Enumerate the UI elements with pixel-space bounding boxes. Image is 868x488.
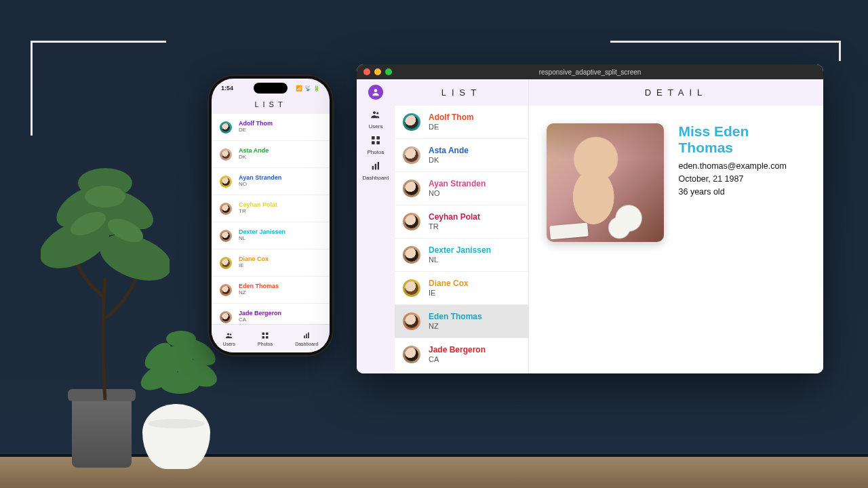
tab-dashboard[interactable]: Dashboard [295,331,318,346]
user-info: Miss Eden Thomas eden.thomas@example.com… [679,123,806,198]
svg-point-15 [166,331,196,347]
sidebar-item-dashboard[interactable]: Dashboard [362,158,389,184]
list-item[interactable]: Ayan Stranden NO [212,168,330,195]
svg-point-13 [140,338,176,373]
svg-point-1 [94,226,170,289]
detail-pane-header: DETAIL [529,79,823,106]
avatar [220,148,232,161]
list-item[interactable]: Asta Ande DK [212,141,330,168]
svg-rect-34 [378,162,379,169]
user-country: IE [239,263,269,269]
list-item[interactable]: Diane Cox IE [212,249,330,277]
svg-point-26 [373,111,376,114]
list-item[interactable]: Adolf Thom DE [395,106,528,139]
list-item[interactable]: Ceyhan Polat TR [395,205,528,239]
list-item[interactable]: Dexter Janissen NL [395,239,528,272]
users-icon [370,109,381,121]
tab-label: Photos [258,342,273,346]
list-item[interactable]: Dexter Janissen NL [212,222,330,249]
avatar [220,311,232,323]
signal-icon: 📶 [296,85,302,92]
tab-users[interactable]: Users [223,331,235,346]
avatar [403,279,420,297]
avatar [403,312,420,330]
avatar [403,146,420,164]
user-name: Ayan Stranden [429,179,486,188]
window-title: responsive_adaptive_split_screen [357,68,823,76]
phone-tab-bar: UsersPhotosDashboard [212,324,330,352]
user-name: Jade Bergeron [429,345,486,354]
svg-rect-22 [304,336,305,338]
user-country: DE [429,123,474,131]
list-item[interactable]: Adolf Thom DE [212,114,330,141]
desktop-user-list[interactable]: Adolf Thom DE Asta Ande DK Ayan Stranden… [395,106,528,373]
avatar [220,257,232,269]
avatar [220,230,232,242]
list-item[interactable]: Jade Bergeron CA [212,304,330,324]
window-titlebar[interactable]: responsive_adaptive_split_screen [357,64,823,79]
users-icon [225,331,233,340]
user-country: CA [429,355,486,364]
user-name: Asta Ande [429,146,469,155]
sidebar-item-label: Photos [368,149,384,155]
svg-point-4 [96,183,160,237]
list-item[interactable]: Ayan Stranden NO [395,172,528,205]
user-name: Dexter Janissen [429,245,491,255]
sidebar-item-users[interactable]: Users [362,106,389,132]
profile-icon[interactable] [368,85,383,100]
phone-user-list[interactable]: Adolf Thom DE Asta Ande DK Ayan Stranden… [212,114,330,324]
user-name: Adolf Thom [429,113,474,122]
decorative-bracket-top-right [610,41,841,61]
svg-point-10 [172,353,221,392]
user-country: CA [239,317,281,323]
svg-point-6 [85,186,125,207]
plant-tall [41,142,170,400]
avatar [220,203,232,215]
avatar [403,246,420,264]
svg-rect-21 [266,336,269,339]
svg-rect-18 [262,332,265,335]
svg-rect-33 [375,164,376,170]
svg-point-7 [67,207,110,240]
user-country: DK [429,156,469,165]
user-detail-dob: October, 21 1987 [679,173,806,186]
user-country: DE [239,127,273,134]
status-icons: 📶📡🔋 [294,85,320,92]
tab-label: Users [223,342,235,346]
svg-rect-28 [372,136,375,140]
sidebar-item-photos[interactable]: Photos [362,132,389,158]
list-item[interactable]: Asta Ande DK [395,139,528,172]
svg-point-16 [227,333,229,335]
user-photo [547,123,664,242]
detail-pane: DETAIL Miss Eden Thomas eden.thomas@exam… [529,79,823,373]
svg-point-0 [41,210,117,279]
user-name: Diane Cox [429,279,469,288]
sidebar-item-label: Dashboard [362,175,389,181]
user-country: IE [429,289,469,298]
user-detail-age: 36 years old [679,186,806,199]
list-item[interactable]: Eden Thomas NZ [395,305,528,338]
list-item[interactable]: Eden Thomas NZ [212,277,330,304]
list-item[interactable]: Diane Cox IE [395,272,528,305]
decorative-bracket-top-left [31,41,166,136]
avatar [403,180,420,197]
svg-point-9 [136,357,182,396]
svg-point-14 [159,372,200,394]
user-country: NL [429,256,491,264]
wifi-icon: 📡 [304,85,311,92]
battery-icon: 🔋 [313,85,320,92]
avatar [220,176,232,188]
svg-point-25 [374,89,378,92]
avatar [403,346,420,363]
tab-photos[interactable]: Photos [258,331,273,346]
list-item[interactable]: Jade Bergeron CA [395,338,528,371]
user-country: TR [429,222,480,231]
tab-label: Dashboard [295,342,318,346]
avatar [220,121,232,134]
avatar [403,213,420,230]
phone-list-header: LIST [212,98,330,114]
svg-rect-20 [262,336,265,339]
svg-rect-24 [308,332,309,338]
desktop-window: responsive_adaptive_split_screen UsersPh… [357,64,823,373]
list-item[interactable]: Ceyhan Polat TR [212,195,330,222]
